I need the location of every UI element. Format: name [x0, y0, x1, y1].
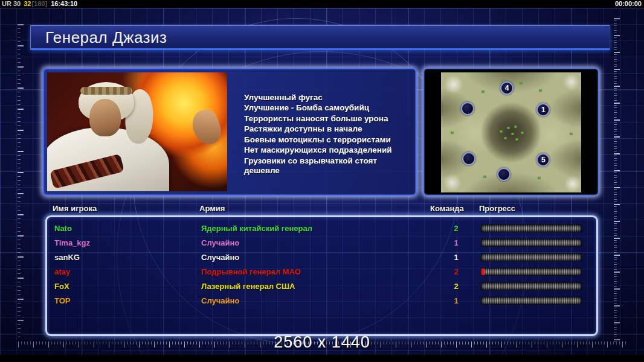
map-foliage: [515, 138, 518, 141]
status-bar: UR 3032[180]16:43:10 00:00:00: [0, 0, 644, 8]
progress-bar: [481, 268, 582, 276]
page-title: Генерал Джазиз: [31, 26, 610, 49]
fps-counter: 32: [24, 0, 31, 7]
progress-bar: [481, 224, 582, 232]
player-table: Nato Ядерный китайский генерал 2 Tima_kg…: [45, 215, 598, 336]
table-row: atay Подрывной генерал МАО 2: [47, 265, 596, 279]
player-name: Nato: [54, 224, 72, 233]
resolution-label: 2560 x 1440: [0, 333, 644, 352]
map-foliage: [451, 132, 454, 134]
spawn-marker: 4: [500, 81, 514, 95]
player-name: FoX: [54, 282, 69, 291]
spawn-marker: [497, 168, 510, 181]
progress-fill: [481, 268, 485, 275]
player-army: Ядерный китайский генерал: [201, 224, 312, 233]
player-army: Случайно: [201, 296, 239, 305]
progress-bar: [481, 239, 582, 247]
player-team: 1: [432, 238, 480, 247]
perk-item: Террористы наносят больше урона: [244, 114, 412, 124]
match-timer: 00:00:00: [615, 0, 642, 8]
portrait-headband: [80, 87, 132, 95]
general-portrait: [47, 72, 227, 191]
player-army: Случайно: [201, 253, 239, 262]
map-foliage: [501, 80, 504, 82]
map-foliage: [570, 133, 573, 135]
map-foliage: [500, 130, 503, 133]
perk-item: Растяжки доступны в начале: [244, 124, 412, 135]
spawn-marker: 5: [536, 153, 550, 167]
general-info-panel: Улучшенный фугас Улучшение - Бомба самоу…: [42, 68, 417, 196]
map-foliage: [521, 132, 524, 134]
table-row: sanKG Случайно 1: [47, 250, 596, 265]
player-name: Tima_kgz: [54, 238, 90, 247]
perk-item: Улучшение - Бомба самоубийц: [244, 103, 412, 113]
column-header-progress: Прогресс: [479, 204, 515, 213]
latency-value: [180]: [31, 0, 47, 7]
map-foliage: [507, 127, 510, 129]
map-foliage: [514, 125, 517, 128]
perk-item: Нет маскирующихся подразделений: [244, 145, 412, 156]
map-foliage: [483, 176, 486, 178]
perk-item: Улучшенный фугас: [244, 93, 412, 103]
portrait-face: [89, 99, 121, 136]
player-team: 1: [432, 253, 480, 262]
player-army: Лазерный генерал США: [201, 282, 295, 291]
portrait-hand: [188, 107, 225, 148]
network-status: UR 3032[180]16:43:10: [2, 0, 77, 8]
table-row: Nato Ядерный китайский генерал 2: [47, 221, 596, 236]
player-name: sanKG: [54, 253, 80, 262]
player-team: 2: [432, 224, 480, 233]
title-bar: Генерал Джазиз: [30, 25, 610, 50]
player-army: Подрывной генерал МАО: [201, 267, 301, 276]
map-foliage: [538, 177, 541, 179]
column-header-army: Армия: [199, 204, 225, 213]
bottom-black-bar: [0, 355, 644, 362]
player-name: TOP: [54, 296, 71, 305]
player-team: 1: [432, 296, 480, 305]
table-row: FoX Лазерный генерал США 2: [47, 279, 596, 294]
system-clock: 16:43:10: [51, 0, 77, 7]
progress-bar: [481, 282, 582, 290]
minimap: 4 1 5: [441, 72, 581, 192]
player-team: 2: [432, 282, 480, 291]
player-team: 2: [432, 267, 480, 276]
spawn-marker: [461, 102, 474, 115]
map-foliage: [481, 91, 485, 93]
table-row: Tima_kgz Случайно 1: [47, 236, 596, 250]
progress-bar: [481, 253, 582, 261]
map-foliage: [504, 137, 507, 139]
spawn-marker: [462, 152, 475, 165]
map-foliage: [539, 89, 542, 92]
left-ruler: [18, 24, 24, 338]
column-header-name: Имя игрока: [53, 204, 97, 213]
perk-list: Улучшенный фугас Улучшение - Бомба самоу…: [227, 72, 412, 191]
perk-item: Грузовики со взрывчаткой стоят дешевле: [244, 156, 412, 176]
map-foliage: [511, 133, 514, 135]
spawn-marker: 1: [536, 103, 550, 116]
right-ruler: [614, 18, 621, 344]
player-table-header: Имя игрока Армия Команда Прогресс: [45, 204, 598, 214]
table-row: TOP Случайно 1: [47, 294, 596, 308]
player-name: atay: [54, 267, 70, 276]
minimap-panel: 4 1 5: [423, 68, 599, 196]
perk-item: Боевые мотоциклы с террористами: [244, 135, 412, 145]
column-header-team: Команда: [430, 204, 464, 213]
progress-bar: [481, 297, 582, 305]
status-prefix: UR 30: [2, 0, 21, 7]
player-army: Случайно: [201, 238, 239, 247]
map-foliage: [520, 82, 523, 84]
